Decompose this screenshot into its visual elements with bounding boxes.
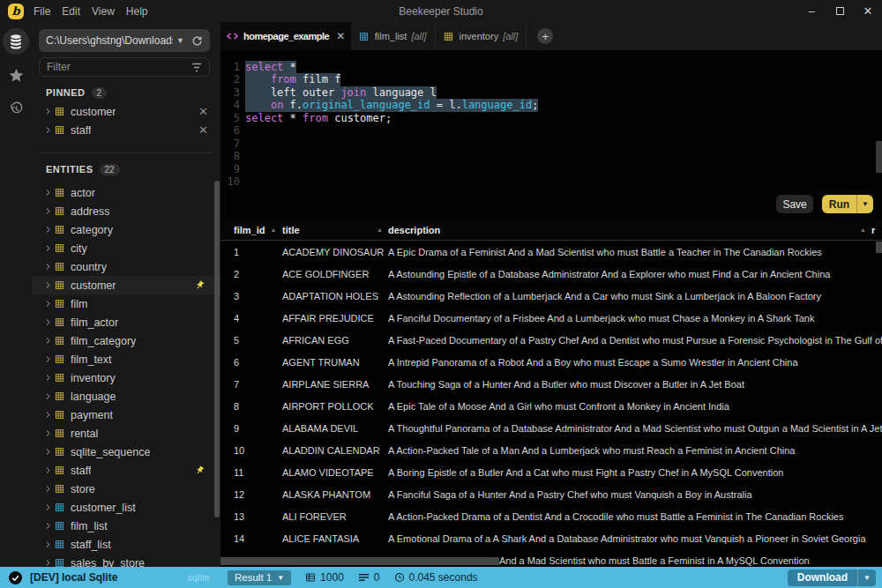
col-film_id[interactable]: film_id [234,225,265,235]
chevron-right-icon[interactable] [44,207,55,215]
entity-item-language[interactable]: language [32,387,220,406]
menu-edit[interactable]: Edit [62,5,80,18]
table-row-6[interactable]: 6AGENT TRUMANA Intrepid Panorama of a Ro… [220,351,882,373]
minimize-icon[interactable]: – [797,0,826,22]
entity-item-store[interactable]: store [32,480,220,498]
entity-item-sqlite_sequence[interactable]: sqlite_sequence [32,443,220,461]
chevron-right-icon[interactable] [44,503,55,511]
download-caret-icon[interactable]: ▼ [857,569,876,586]
star-icon[interactable] [3,62,29,88]
tab-close-icon[interactable]: ✕ [336,30,345,42]
refresh-icon[interactable] [191,35,203,47]
chevron-right-icon[interactable] [44,448,55,456]
entity-item-customer[interactable]: customer [32,276,220,294]
chevron-right-icon[interactable] [44,485,55,493]
chevron-right-icon[interactable] [44,337,55,345]
chevron-right-icon[interactable] [44,559,55,567]
entity-item-rental[interactable]: rental [32,424,220,443]
col-description[interactable]: description [388,225,440,235]
chevron-right-icon[interactable] [44,411,55,419]
chevron-right-icon[interactable] [44,244,55,252]
entity-item-film_actor[interactable]: film_actor [32,313,220,331]
maximize-icon[interactable] [826,0,854,22]
tab-film_list[interactable]: film_list[all] [351,22,436,50]
sort-asc-icon[interactable]: ▲ [860,227,866,233]
chevron-right-icon[interactable] [44,540,55,548]
pinned-item-customer[interactable]: customer✕ [32,102,220,121]
results-horizontal-scrollbar[interactable] [220,557,499,565]
chevron-right-icon[interactable] [44,263,55,271]
run-button[interactable]: Run [822,195,856,213]
entity-item-staff[interactable]: staff [32,461,220,480]
table-row-12[interactable]: 12ALASKA PHANTOMA Fanciful Saga of a Hun… [220,483,882,505]
sort-asc-icon[interactable]: ▲ [377,227,383,233]
entity-item-film_category[interactable]: film_category [32,331,220,350]
unpin-close-icon[interactable]: ✕ [198,105,208,118]
editor-scrollbar[interactable] [876,141,882,173]
table-row-10[interactable]: 10ALADDIN CALENDARA Action-Packed Tale o… [220,439,882,461]
download-button[interactable]: Download [788,569,857,586]
col-title[interactable]: title [282,225,300,235]
tab-homepage_example[interactable]: homepage_example✕ [220,22,351,50]
entity-item-film[interactable]: film [32,294,220,313]
table-row-8[interactable]: 8AIRPORT POLLOCKA Epic Tale of a Moose A… [220,395,882,417]
table-row-3[interactable]: 3ADAPTATION HOLESA Astounding Reflection… [220,285,882,307]
table-row-9[interactable]: 9ALABAMA DEVILA Thoughtful Panorama of a… [220,417,882,439]
entity-item-inventory[interactable]: inventory [32,368,220,387]
run-button-group[interactable]: Run ▼ [822,195,873,213]
chevron-right-icon[interactable] [44,126,55,134]
entity-item-film_list[interactable]: film_list [32,517,220,535]
sort-asc-icon[interactable]: ▲ [270,227,276,233]
chevron-right-icon[interactable] [44,226,55,234]
chevron-right-icon[interactable] [44,108,55,115]
tab-inventory[interactable]: inventory[all] [436,22,527,50]
entity-item-customer_list[interactable]: customer_list [32,498,220,517]
chevron-right-icon[interactable] [44,300,55,308]
entity-item-country[interactable]: country [32,257,220,276]
menu-help[interactable]: Help [126,5,148,18]
history-icon[interactable] [3,95,29,122]
run-dropdown-caret-icon[interactable]: ▼ [856,195,873,213]
menu-view[interactable]: View [92,5,115,18]
sql-editor[interactable]: 1select *2 from film f3 left outer join … [220,50,882,220]
chevron-right-icon[interactable] [44,466,55,474]
new-tab-button[interactable]: + [537,28,553,44]
entity-item-sales_by_store[interactable]: sales_by_store [32,554,220,567]
chevron-right-icon[interactable] [44,392,55,400]
entity-item-film_text[interactable]: film_text [32,350,220,368]
chevron-right-icon[interactable] [44,522,55,530]
table-row-2[interactable]: 2ACE GOLDFINGERA Astounding Epistle of a… [220,263,882,285]
pinned-item-staff[interactable]: staff✕ [32,121,220,139]
entity-item-staff_list[interactable]: staff_list [32,535,220,554]
sidebar-scrollbar[interactable] [214,181,220,517]
table-row-1[interactable]: 1ACADEMY DINOSAURA Epic Drama of a Femin… [220,241,882,263]
entity-item-actor[interactable]: actor [32,183,220,202]
table-row-4[interactable]: 4AFFAIR PREJUDICEA Fanciful Documentary … [220,307,882,329]
chevron-right-icon[interactable] [44,189,55,197]
entity-item-address[interactable]: address [32,202,220,220]
save-button[interactable]: Save [776,195,812,213]
unpin-close-icon[interactable]: ✕ [198,123,208,137]
result-selector[interactable]: Result 1 ▼ [228,570,291,585]
chevron-right-icon[interactable] [44,355,55,363]
table-row-7[interactable]: 7AIRPLANE SIERRAA Touching Saga of a Hun… [220,373,882,395]
chevron-right-icon[interactable] [44,318,55,326]
connection-select[interactable]: C:\Users\ghstng\Downloads ▼ [39,29,210,52]
results-vertical-scrollbar[interactable] [876,242,882,253]
table-row-14[interactable]: 14ALICE FANTASIAA Emotional Drama of a A… [220,527,882,549]
menu-file[interactable]: File [34,5,50,18]
table-row-13[interactable]: 13ALI FOREVERA Action-Packed Drama of a … [220,505,882,527]
chevron-right-icon[interactable] [44,374,55,382]
chevron-right-icon[interactable] [44,429,55,437]
download-button-group[interactable]: Download ▼ [788,569,876,586]
entity-item-category[interactable]: category [32,220,220,239]
entity-item-city[interactable]: city [32,239,220,257]
close-icon[interactable]: ✕ [854,0,882,22]
filter-input[interactable]: Filter [39,57,210,77]
database-icon[interactable] [3,28,29,55]
filter-funnel-icon[interactable] [191,63,202,72]
table-row-5[interactable]: 5AFRICAN EGGA Fast-Paced Documentary of … [220,329,882,351]
col-clipped[interactable]: r [871,225,882,235]
chevron-right-icon[interactable] [44,281,55,289]
table-row-11[interactable]: 11ALAMO VIDEOTAPEA Boring Epistle of a B… [220,461,882,483]
